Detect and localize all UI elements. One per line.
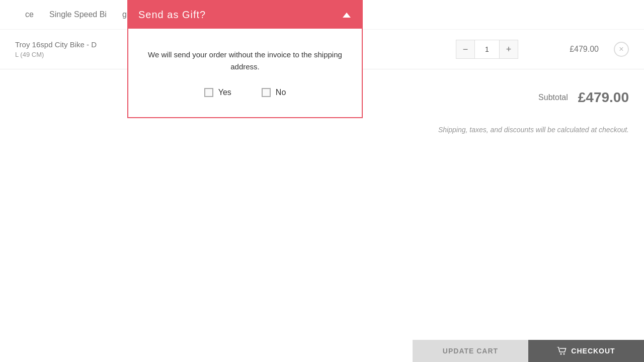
send-as-gift-modal: Send as Gift? We will send your order wi… bbox=[127, 0, 363, 118]
yes-option-label[interactable]: Yes bbox=[204, 88, 231, 97]
modal-body: We will send your order without the invo… bbox=[128, 29, 362, 117]
yes-checkbox[interactable] bbox=[204, 88, 213, 97]
cart-page: ce Single Speed Bi g Troy 16spd City Bik… bbox=[0, 0, 644, 362]
modal-header: Send as Gift? bbox=[128, 1, 362, 29]
modal-title: Send as Gift? bbox=[138, 9, 206, 21]
svg-marker-2 bbox=[343, 13, 351, 18]
modal-description: We will send your order without the invo… bbox=[143, 49, 347, 73]
no-checkbox[interactable] bbox=[262, 88, 271, 97]
yes-label: Yes bbox=[218, 88, 231, 97]
no-label: No bbox=[276, 88, 286, 97]
modal-options: Yes No bbox=[143, 88, 347, 97]
modal-collapse-button[interactable] bbox=[342, 10, 352, 20]
chevron-up-icon bbox=[342, 10, 352, 20]
no-option-label[interactable]: No bbox=[262, 88, 286, 97]
